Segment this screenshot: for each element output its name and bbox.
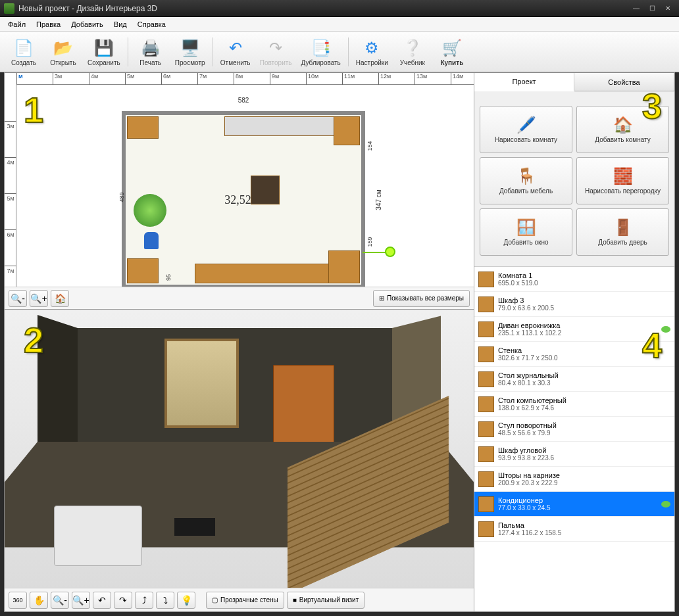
add-furniture-button[interactable]: 🪑Добавить мебель <box>480 157 572 204</box>
light-button[interactable]: 💡 <box>177 592 195 609</box>
tilt-up-button[interactable]: ⤴ <box>135 592 153 609</box>
furniture-sofa[interactable] <box>195 264 333 283</box>
transparent-walls-button[interactable]: ▢Прозрачные стены <box>206 592 284 609</box>
menu-file[interactable]: Файл <box>3 18 31 30</box>
object-dimensions: 48.5 x 56.6 x 79.9 <box>498 429 670 437</box>
object-name: Стол компьютерный <box>498 396 670 404</box>
zoom-out-icon: 🔍- <box>53 595 67 605</box>
object-list-item[interactable]: Комната 1 695.0 x 519.0 <box>474 267 674 292</box>
furniture-sofa-top[interactable] <box>224 116 336 136</box>
save-button[interactable]: 💾Сохранить <box>83 34 125 70</box>
print-button[interactable]: 🖨️Печать <box>131 34 170 70</box>
rotate-left-button[interactable]: ↶ <box>93 592 111 609</box>
furniture-plant[interactable] <box>134 194 166 227</box>
object-list-item[interactable]: Шторы на карнизе 200.9 x 20.3 x 222.9 <box>474 467 674 492</box>
buy-button[interactable]: 🛒Купить <box>432 34 472 70</box>
zoom-in-button[interactable]: 🔍+ <box>30 290 48 307</box>
object-info: Шкаф 3 79.0 x 63.6 x 200.5 <box>498 296 670 312</box>
object-list-item[interactable]: Шкаф угловой 93.9 x 93.8 x 223.6 <box>474 442 674 467</box>
object-list-item[interactable]: Стол журнальный 80.4 x 80.1 x 30.3 <box>474 367 674 392</box>
undo-button[interactable]: ↶Отменить <box>216 34 255 70</box>
object-info: Стол компьютерный 138.0 x 62.9 x 74.6 <box>498 396 670 412</box>
selection-line <box>363 252 386 253</box>
object-info: Пальма 127.4 x 116.2 x 158.5 <box>498 521 670 536</box>
object-list-item[interactable]: Кондиционер 77.0 x 33.0 x 24.5 <box>474 492 674 517</box>
virtual-visit-button[interactable]: ■Виртуальный визит <box>287 592 365 609</box>
object-dimensions: 200.9 x 20.3 x 222.9 <box>498 479 670 486</box>
ruler-tick: 6м <box>5 229 16 238</box>
object-icon <box>478 272 494 287</box>
object-list-item[interactable]: Стол компьютерный 138.0 x 62.9 x 74.6 <box>474 392 674 417</box>
furniture-shelf[interactable] <box>127 258 159 283</box>
tab-project[interactable]: Проект <box>474 73 574 91</box>
selection-handle[interactable] <box>385 247 395 257</box>
chair-icon: 🪑 <box>516 166 536 186</box>
add-door-button[interactable]: 🚪Добавить дверь <box>576 208 669 256</box>
plan-canvas[interactable]: 582 347 см 32,52 489 95 665 <box>16 85 474 287</box>
redo-button[interactable]: ↷Повторить <box>255 34 297 70</box>
overlay-marker-4: 4 <box>642 325 662 366</box>
dimension-label: 489 <box>118 192 125 202</box>
furniture-chair[interactable] <box>144 232 159 249</box>
open-button[interactable]: 📂Открыть <box>43 34 83 70</box>
object-list[interactable]: Комната 1 695.0 x 519.0 Шкаф 3 79.0 x 63… <box>474 266 674 611</box>
rotate-360-button[interactable]: 360 <box>9 592 27 609</box>
object-info: Стол журнальный 80.4 x 80.1 x 30.3 <box>498 371 670 387</box>
object-info: Диван еврокнижка 235.1 x 113.1 x 102.2 <box>498 321 659 337</box>
tilt-down-button[interactable]: ⤵ <box>156 592 174 609</box>
draw-partition-button[interactable]: 🧱Нарисовать перегородку <box>576 157 669 204</box>
preview-button[interactable]: 🖥️Просмотр <box>170 34 210 70</box>
room-add-icon: 🏠 <box>613 115 633 135</box>
zoom-out-3d-button[interactable]: 🔍- <box>51 592 69 609</box>
object-list-item[interactable]: Пальма 127.4 x 116.2 x 158.5 <box>474 517 674 542</box>
hand-icon: ✋ <box>34 595 45 605</box>
furniture-shelf[interactable] <box>328 250 360 283</box>
object-list-item[interactable]: Шкаф 3 79.0 x 63.6 x 200.5 <box>474 292 674 317</box>
maximize-button[interactable]: ☐ <box>645 3 659 14</box>
toolbar-sep <box>213 37 213 66</box>
draw-room-button[interactable]: 🖊️Нарисовать комнату <box>480 106 572 153</box>
object-dimensions: 79.0 x 63.6 x 200.5 <box>498 304 670 312</box>
home-button[interactable]: 🏠 <box>51 290 69 307</box>
show-dimensions-button[interactable]: ⊞Показывать все размеры <box>373 290 470 307</box>
close-button[interactable]: ✕ <box>661 3 675 14</box>
furniture-shelf[interactable] <box>127 116 159 139</box>
tutorial-button[interactable]: ❔Учебник <box>393 34 432 70</box>
plan-2d-view[interactable]: м 3м 4м 5м 6м 7м 8м 9м 10м 11м 12м 13м 1… <box>5 73 474 310</box>
view-3d[interactable]: 360 ✋ 🔍- 🔍+ ↶ ↷ ⤴ ⤵ 💡 ▢Прозрачные стены … <box>5 310 474 611</box>
settings-button[interactable]: ⚙Настройки <box>351 34 393 70</box>
new-button[interactable]: 📄Создать <box>4 34 43 70</box>
minimize-button[interactable]: — <box>629 3 643 14</box>
object-name: Пальма <box>498 521 670 529</box>
door-icon: 🚪 <box>613 218 633 237</box>
object-name: Шкаф угловой <box>498 446 670 454</box>
redo-icon: ↷ <box>265 37 286 59</box>
furniture-table[interactable] <box>251 176 280 204</box>
ruler-tick: м <box>16 73 23 85</box>
zoom-out-button[interactable]: 🔍- <box>9 290 27 307</box>
object-dimensions: 695.0 x 519.0 <box>498 279 670 287</box>
ruler-horizontal: м 3м 4м 5м 6м 7м 8м 9м 10м 11м 12м 13м 1… <box>16 73 474 85</box>
visibility-eye-icon[interactable] <box>661 326 670 333</box>
menu-edit[interactable]: Правка <box>31 18 66 30</box>
rotate-right-button[interactable]: ↷ <box>114 592 132 609</box>
add-window-button[interactable]: 🪟Добавить окно <box>480 208 572 256</box>
duplicate-button[interactable]: 📑Дублировать <box>297 34 345 70</box>
object-icon <box>478 296 494 312</box>
furniture-shelf[interactable] <box>334 116 360 145</box>
room-3d-scene[interactable] <box>38 328 441 581</box>
zoom-in-3d-button[interactable]: 🔍+ <box>72 592 90 609</box>
object-info: Кондиционер 77.0 x 33.0 x 24.5 <box>498 496 659 511</box>
room-shape[interactable]: 582 347 см 32,52 489 95 665 <box>122 111 365 289</box>
object-name: Шкаф 3 <box>498 296 670 304</box>
menu-add[interactable]: Добавить <box>66 18 109 30</box>
pan-button[interactable]: ✋ <box>30 592 48 609</box>
menu-help[interactable]: Справка <box>132 18 171 30</box>
visibility-eye-icon[interactable] <box>661 501 670 508</box>
object-icon <box>478 446 494 462</box>
object-list-item[interactable]: Стул поворотный 48.5 x 56.6 x 79.9 <box>474 417 674 442</box>
object-name: Стул поворотный <box>498 421 670 429</box>
ruler-tick: 7м <box>197 73 207 85</box>
menu-view[interactable]: Вид <box>109 18 132 30</box>
dimension-label: 347 см <box>375 189 382 210</box>
